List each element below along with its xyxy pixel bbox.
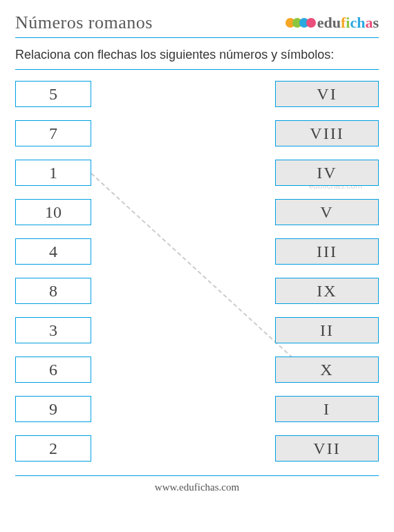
roman-box[interactable]: IV [275, 160, 379, 186]
roman-box[interactable]: VI [275, 81, 379, 107]
roman-box[interactable]: II [275, 317, 379, 343]
roman-box[interactable]: X [275, 357, 379, 383]
brand-logo: edufichas [285, 14, 379, 32]
page-title: Números romanos [15, 12, 153, 33]
logo-text: edufichas [317, 14, 379, 32]
right-column: VI VIII IV V III IX II X I VII [275, 81, 379, 462]
number-box[interactable]: 8 [15, 278, 91, 304]
number-box[interactable]: 6 [15, 357, 91, 383]
number-box[interactable]: 9 [15, 396, 91, 422]
worksheet-page: Números romanos edufichas Relaciona con … [0, 0, 394, 502]
number-box[interactable]: 1 [15, 160, 91, 186]
roman-box[interactable]: IX [275, 278, 379, 304]
number-box[interactable]: 5 [15, 81, 91, 107]
roman-box[interactable]: VII [275, 435, 379, 462]
columns: 5 7 1 10 4 8 3 6 9 2 VI VIII IV V III IX… [15, 81, 379, 462]
roman-box[interactable]: III [275, 238, 379, 265]
number-box[interactable]: 3 [15, 317, 91, 343]
number-box[interactable]: 7 [15, 120, 91, 146]
top-divider [15, 69, 379, 70]
number-box[interactable]: 4 [15, 238, 91, 265]
roman-box[interactable]: VIII [275, 120, 379, 146]
header: Números romanos edufichas [15, 12, 379, 38]
instruction-text: Relaciona con flechas los siguientes núm… [15, 48, 379, 62]
matching-area: edufichas.com 5 7 1 10 4 8 3 6 9 2 VI VI… [15, 81, 379, 462]
roman-box[interactable]: I [275, 396, 379, 422]
bottom-divider [15, 475, 379, 476]
left-column: 5 7 1 10 4 8 3 6 9 2 [15, 81, 91, 462]
roman-box[interactable]: V [275, 199, 379, 225]
number-box[interactable]: 2 [15, 435, 91, 462]
logo-cloud-icon [285, 18, 316, 28]
number-box[interactable]: 10 [15, 199, 91, 225]
footer-url: www.edufichas.com [15, 482, 379, 502]
